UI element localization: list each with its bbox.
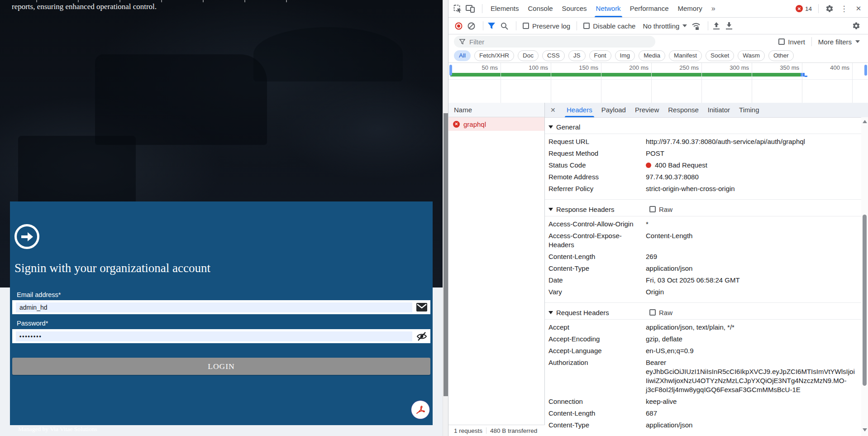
login-button[interactable]: LOGIN <box>12 358 430 375</box>
password-input[interactable]: •••••••• <box>16 331 412 341</box>
detail-scrollbar-thumb[interactable] <box>863 215 867 386</box>
filter-chip-js[interactable]: JS <box>568 50 586 61</box>
detail-tab-payload[interactable]: Payload <box>597 103 630 117</box>
disclosure-triangle-icon[interactable] <box>548 208 553 211</box>
network-filter-bar: Filter Invert More filters <box>448 34 868 49</box>
filter-input[interactable]: Filter <box>454 36 655 48</box>
scroll-up-arrow-icon[interactable] <box>863 120 867 123</box>
inspect-element-icon[interactable] <box>453 4 462 13</box>
search-icon[interactable] <box>500 21 509 30</box>
header-name: Access-Control-Allow-Origin <box>548 220 646 229</box>
header-row: Content-Length687 <box>545 407 861 419</box>
separator <box>818 4 819 13</box>
header-name: Access-Control-Expose-Headers <box>548 231 646 249</box>
request-row-graphql[interactable]: ✕graphql <box>448 117 544 131</box>
section-header[interactable]: Response Headers <box>548 206 649 213</box>
devtools-tab-elements[interactable]: Elements <box>486 0 524 17</box>
filter-chip-manifest[interactable]: Manifest <box>669 50 702 61</box>
filter-chip-wasm[interactable]: Wasm <box>738 50 765 61</box>
login-title: Signin with your organizational account <box>14 261 210 275</box>
timeline-tick-label: 150 ms <box>567 64 598 71</box>
preserve-log-toggle[interactable]: Preserve log <box>523 22 570 30</box>
header-row: DateFri, 03 Oct 2025 06:58:24 GMT <box>545 274 861 286</box>
section-title: Request Headers <box>556 309 609 316</box>
invert-checkbox[interactable] <box>778 38 785 45</box>
filter-chip-media[interactable]: Media <box>639 50 665 61</box>
settings-gear-icon[interactable] <box>825 4 835 14</box>
header-value: application/json <box>646 264 855 273</box>
devtools-tab-memory[interactable]: Memory <box>673 0 707 17</box>
detail-tab-initiator[interactable]: Initiator <box>703 103 734 117</box>
network-overview-timeline[interactable]: 50 ms100 ms150 ms200 ms250 ms300 ms350 m… <box>448 63 868 104</box>
network-conditions-icon[interactable] <box>692 21 701 30</box>
preserve-log-checkbox[interactable] <box>523 23 529 29</box>
network-settings-gear-icon[interactable] <box>851 21 861 31</box>
invert-toggle[interactable]: Invert <box>778 38 805 46</box>
page-scrollbar[interactable] <box>443 0 448 436</box>
pdf-acrobat-icon[interactable] <box>411 401 429 419</box>
header-value: keep-alive <box>646 397 855 406</box>
timeline-right-handle[interactable] <box>864 65 867 76</box>
section-header[interactable]: Request Headers <box>548 309 649 316</box>
more-filters-button[interactable]: More filters <box>818 38 860 46</box>
filter-chip-css[interactable]: CSS <box>542 50 565 61</box>
throttling-value: No throttling <box>643 22 679 30</box>
device-toolbar-icon[interactable] <box>466 4 475 13</box>
filter-chip-socket[interactable]: Socket <box>706 50 734 61</box>
detail-tab-headers[interactable]: Headers <box>562 103 597 117</box>
close-detail-icon[interactable]: ✕ <box>550 106 557 114</box>
devtools-tab-performance[interactable]: Performance <box>625 0 673 17</box>
separator <box>516 21 516 30</box>
disclosure-triangle-icon[interactable] <box>548 311 553 314</box>
header-row: Referrer Policystrict-origin-when-cross-… <box>545 183 861 195</box>
timeline-tick-label: 50 ms <box>466 64 498 71</box>
export-har-icon[interactable] <box>725 21 734 30</box>
close-devtools-icon[interactable]: ✕ <box>854 4 863 14</box>
email-envelope-icon <box>416 302 428 312</box>
email-input[interactable]: admin_hd <box>16 302 412 312</box>
detail-tab-preview[interactable]: Preview <box>630 103 663 117</box>
raw-checkbox[interactable] <box>649 206 656 212</box>
eye-off-icon[interactable] <box>416 331 428 341</box>
detail-tab-timing[interactable]: Timing <box>734 103 763 117</box>
disable-cache-toggle[interactable]: Disable cache <box>583 22 635 30</box>
console-error-badge[interactable]: ✕ 14 <box>796 5 812 12</box>
timeline-left-handle[interactable] <box>449 65 452 76</box>
raw-toggle[interactable]: Raw <box>649 206 861 213</box>
filter-chip-all[interactable]: All <box>454 50 471 61</box>
devtools-tab-network[interactable]: Network <box>591 0 625 17</box>
detail-scrollbar[interactable] <box>861 117 868 436</box>
detail-tab-response[interactable]: Response <box>663 103 703 117</box>
raw-checkbox[interactable] <box>649 309 656 316</box>
filter-chip-img[interactable]: Img <box>615 50 635 61</box>
filter-chip-font[interactable]: Font <box>589 50 611 61</box>
raw-toggle[interactable]: Raw <box>649 309 861 316</box>
scroll-down-arrow-icon[interactable] <box>863 428 867 431</box>
import-har-icon[interactable] <box>712 21 721 30</box>
disclosure-triangle-icon[interactable] <box>548 125 553 129</box>
detail-tab-strip: ✕ HeadersPayloadPreviewResponseInitiator… <box>545 103 868 118</box>
devtools-tab-sources[interactable]: Sources <box>558 0 591 17</box>
filter-funnel-icon[interactable] <box>487 21 496 30</box>
separator <box>486 427 486 434</box>
header-name: Status Code <box>548 161 646 170</box>
name-column-header[interactable]: Name <box>448 103 544 117</box>
section-header[interactable]: General <box>548 123 649 131</box>
record-network-log-icon[interactable] <box>454 21 463 30</box>
devtools-tab-console[interactable]: Console <box>524 0 558 17</box>
filter-placeholder: Filter <box>469 38 484 46</box>
filter-chip-fetchxhr[interactable]: Fetch/XHR <box>474 50 514 61</box>
throttling-select[interactable]: No throttling <box>643 22 687 30</box>
hero-headline: reports, ensuring enhanced operational c… <box>12 2 157 11</box>
clear-network-log-icon[interactable] <box>467 21 476 30</box>
more-tabs-icon[interactable]: » <box>707 0 720 17</box>
page-footer-text: Managed by Via Vitae Solutions <box>18 426 97 433</box>
page-scrollbar-thumb[interactable] <box>444 113 448 396</box>
header-row: Status Code400 Bad Request <box>545 159 861 171</box>
filter-chip-other[interactable]: Other <box>768 50 794 61</box>
timeline-gridline <box>802 63 802 103</box>
filter-chip-doc[interactable]: Doc <box>518 50 539 61</box>
more-menu-icon[interactable]: ⋮ <box>839 4 849 14</box>
header-row: Request URLhttp://97.74.90.37:8080/auth-… <box>545 136 861 148</box>
disable-cache-checkbox[interactable] <box>583 23 590 29</box>
